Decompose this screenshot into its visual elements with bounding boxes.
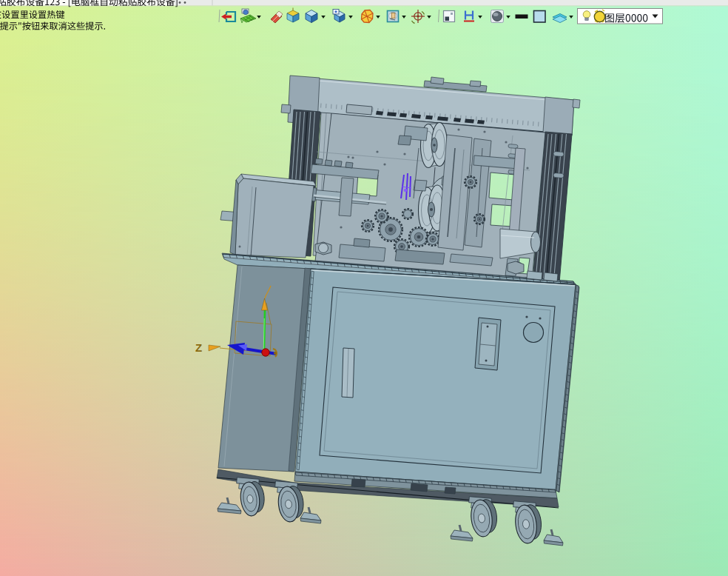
svg-text:Z: Z (195, 341, 202, 354)
